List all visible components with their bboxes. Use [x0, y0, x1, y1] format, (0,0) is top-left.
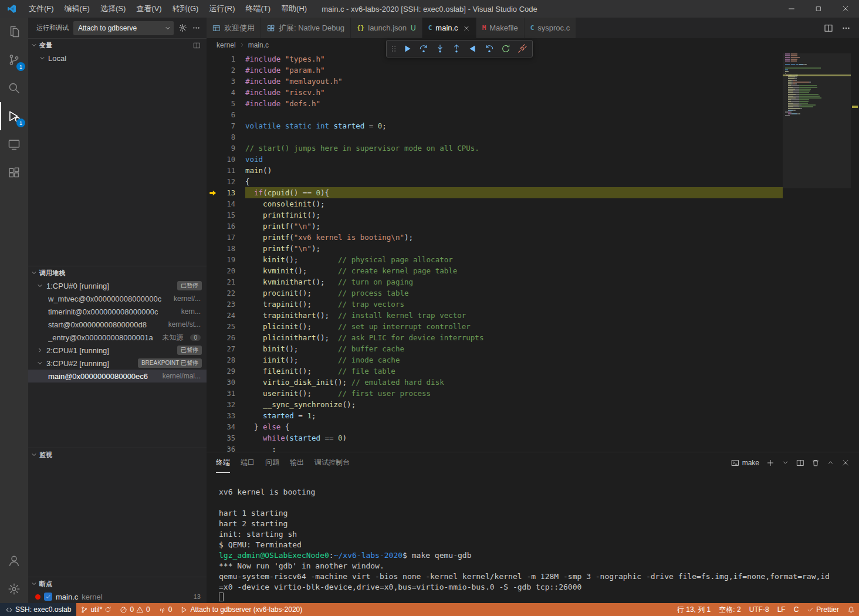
editor-scrollbar[interactable]: [851, 52, 859, 452]
ports-indicator[interactable]: 0: [154, 603, 177, 616]
reverse-continue-button[interactable]: [465, 41, 481, 56]
call-stack-section-header[interactable]: 调用堆栈: [28, 266, 207, 279]
code-line[interactable]: 13 if(cpuid() == 0){: [207, 187, 783, 198]
toolbar-drag-grip[interactable]: [389, 41, 398, 56]
maximize-panel-icon[interactable]: [827, 459, 834, 466]
code-line[interactable]: 4#include "riscv.h": [207, 87, 783, 98]
stack-frame[interactable]: start@0x00000000800000d8kernel/st...: [28, 318, 207, 331]
activity-account[interactable]: [0, 547, 28, 575]
code-line[interactable]: 22 procinit(); // process table: [207, 287, 783, 299]
editor-tab[interactable]: {}launch.jsonU: [351, 18, 422, 38]
more-actions-icon[interactable]: [841, 23, 851, 33]
breakpoint-checkbox[interactable]: [44, 593, 52, 601]
code-line[interactable]: 36 ;: [207, 444, 783, 452]
debug-settings-gear-icon[interactable]: [178, 23, 187, 32]
code-line[interactable]: 11main(): [207, 165, 783, 176]
code-line[interactable]: 30 virtio_disk_init(); // emulated hard …: [207, 377, 783, 388]
code-line[interactable]: 29 fileinit(); // file table: [207, 365, 783, 377]
code-line[interactable]: 17 printf("xv6 kernel is booting\n");: [207, 232, 783, 243]
problems-indicator[interactable]: 0 0: [116, 603, 154, 616]
code-line[interactable]: 3#include "memlayout.h": [207, 76, 783, 87]
close-window-button[interactable]: [832, 0, 859, 18]
debug-config-dropdown[interactable]: Attach to gdbserve: [73, 21, 174, 35]
stack-frame[interactable]: _entry@0x000000008000001a未知源0: [28, 331, 207, 344]
call-stack-thread[interactable]: 2:CPU#1 [running]已暂停: [28, 344, 207, 357]
code-line[interactable]: 14 consoleinit();: [207, 198, 783, 209]
activity-remote-explorer[interactable]: [0, 130, 28, 158]
breadcrumb[interactable]: kernel main.c: [207, 38, 859, 52]
activity-source-control[interactable]: 1: [0, 46, 28, 74]
code-line[interactable]: 25 plicinit(); // set up interrupt contr…: [207, 321, 783, 332]
menu-item[interactable]: 文件(F): [23, 0, 59, 18]
branch-indicator[interactable]: util*: [76, 603, 116, 616]
code-line[interactable]: 6: [207, 109, 783, 120]
code-line[interactable]: 23 trapinit(); // trap vectors: [207, 299, 783, 310]
code-line[interactable]: 10void: [207, 154, 783, 165]
menu-item[interactable]: 编辑(E): [59, 0, 95, 18]
restart-button[interactable]: [498, 41, 513, 56]
formatter[interactable]: Prettier: [803, 603, 843, 616]
menu-item[interactable]: 帮助(H): [276, 0, 312, 18]
code-line[interactable]: 28 iinit(); // inode cache: [207, 354, 783, 365]
code-line[interactable]: 26 plicinithart(); // ask PLIC for devic…: [207, 332, 783, 343]
code-line[interactable]: 5#include "defs.h": [207, 98, 783, 109]
breadcrumb-file[interactable]: main.c: [248, 41, 269, 49]
editor-tab[interactable]: Csysproc.c: [525, 18, 577, 38]
editor-tab[interactable]: 欢迎使用: [207, 18, 261, 38]
split-terminal-icon[interactable]: [796, 459, 804, 467]
maximize-button[interactable]: [805, 0, 832, 18]
code-line[interactable]: 33 started = 1;: [207, 410, 783, 421]
watch-section-header[interactable]: 监视: [28, 448, 207, 461]
panel-tab[interactable]: 问题: [265, 452, 279, 473]
panel-tab[interactable]: 终端: [216, 452, 230, 473]
code-line[interactable]: 15 printfinit();: [207, 209, 783, 221]
code-line[interactable]: 8: [207, 131, 783, 143]
menu-item[interactable]: 查看(V): [131, 0, 167, 18]
kill-terminal-icon[interactable]: [811, 459, 820, 467]
code-line[interactable]: 27 binit(); // buffer cache: [207, 343, 783, 354]
editor-tab[interactable]: Cmain.c: [422, 18, 476, 38]
code-line[interactable]: 19 kinit(); // physical page allocator: [207, 254, 783, 265]
activity-search[interactable]: [0, 74, 28, 102]
activity-extensions[interactable]: [0, 158, 28, 187]
code-line[interactable]: 34 } else {: [207, 421, 783, 432]
debug-more-actions-icon[interactable]: [192, 23, 201, 32]
minimap-slider[interactable]: [783, 53, 851, 188]
activity-explorer[interactable]: [0, 18, 28, 46]
language-mode[interactable]: C: [790, 603, 803, 616]
menu-item[interactable]: 选择(S): [95, 0, 131, 18]
call-stack-thread[interactable]: 1:CPU#0 [running]已暂停: [28, 279, 207, 292]
terminal-instance[interactable]: make: [731, 459, 759, 467]
code-line[interactable]: 12{: [207, 176, 783, 187]
breakpoints-section-header[interactable]: 断点: [28, 577, 207, 590]
panel-tab[interactable]: 输出: [290, 452, 304, 473]
close-tab-icon[interactable]: [463, 25, 470, 32]
split-editor-icon[interactable]: [824, 23, 833, 33]
breadcrumb-folder[interactable]: kernel: [217, 41, 236, 49]
code-line[interactable]: 18 printf("\n");: [207, 243, 783, 254]
code-line[interactable]: 35 while(started == 0): [207, 432, 783, 444]
terminal-output[interactable]: xv6 kernel is booting hart 1 startinghar…: [207, 473, 859, 603]
notifications[interactable]: [843, 603, 859, 616]
debug-status[interactable]: Attach to gdbserver (xv6-labs-2020): [176, 603, 306, 616]
step-over-button[interactable]: [416, 41, 431, 56]
step-out-button[interactable]: [449, 41, 464, 56]
call-stack-thread[interactable]: 3:CPU#2 [running]BREAKPOINT 已暂停: [28, 357, 207, 370]
code-line[interactable]: 7volatile static int started = 0;: [207, 120, 783, 131]
editor-tab[interactable]: MMakefile: [476, 18, 525, 38]
code-line[interactable]: 31 userinit(); // first user process: [207, 388, 783, 399]
eol[interactable]: LF: [773, 603, 790, 616]
close-panel-icon[interactable]: [841, 459, 850, 467]
menu-item[interactable]: 运行(R): [204, 0, 240, 18]
cursor-position[interactable]: 行 13, 列 1: [673, 603, 715, 616]
remote-indicator[interactable]: SSH: exec0.oslab: [0, 603, 76, 616]
indentation[interactable]: 空格: 2: [715, 603, 745, 616]
panel-tab[interactable]: 端口: [241, 452, 255, 473]
code-line[interactable]: 9// start() jumps here in supervisor mod…: [207, 143, 783, 154]
variables-section-actions-icon[interactable]: [193, 42, 201, 49]
code-line[interactable]: 2#include "param.h": [207, 65, 783, 76]
code-line[interactable]: 21 kvminithart(); // turn on paging: [207, 276, 783, 287]
continue-button[interactable]: [400, 41, 415, 56]
breakpoint-item[interactable]: main.c kernel 13: [28, 590, 207, 603]
variables-section-header[interactable]: 变量: [28, 39, 207, 52]
